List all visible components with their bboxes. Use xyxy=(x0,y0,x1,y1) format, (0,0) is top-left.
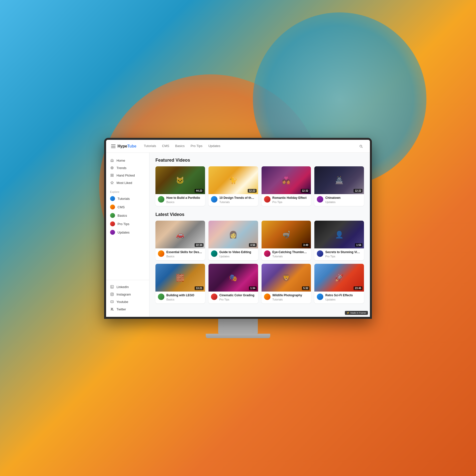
video-duration-lat-4: 1:56 xyxy=(355,243,362,247)
video-avatar-lat-1 xyxy=(158,250,164,257)
monitor-stand-base xyxy=(206,334,270,338)
video-duration-lat-2: 4:56 xyxy=(249,243,256,247)
video-title-lat-6: Cinematic Color Grading xyxy=(219,294,256,298)
framer-badge-label: Made in Framer xyxy=(350,312,366,314)
video-avatar-lat-8 xyxy=(317,294,323,300)
video-card-lat-6[interactable]: 🎭 1:34 Cinematic Color Grading Pro Tips xyxy=(208,264,258,303)
video-card-lat-8[interactable]: 🚀 23:45 Retro Sci-Fi Effects Updates xyxy=(314,264,364,303)
video-duration-feat-4: 12:22 xyxy=(354,189,362,193)
video-card-lat-4[interactable]: 👤 1:56 Secrets to Stunning Visuals Pro T… xyxy=(314,221,364,260)
logo-area: HypeTube xyxy=(111,144,136,149)
video-duration-lat-5: 13:21 xyxy=(195,286,204,290)
trends-icon xyxy=(110,166,114,170)
video-info-lat-8: Retro Sci-Fi Effects Updates xyxy=(314,292,364,303)
linkedin-icon xyxy=(110,285,114,289)
sidebar-social-linkedin[interactable]: LinkedIn xyxy=(106,283,149,291)
twitter-icon xyxy=(110,307,114,311)
sidebar-explore-section: Explore TutorialsCMSBasicsPro TipsUpdate… xyxy=(106,188,149,237)
sidebar-explore-label: Pro Tips xyxy=(118,222,129,226)
video-info-lat-7: Wildlife Photography Tutorials xyxy=(262,292,311,303)
video-title-lat-7: Wildlife Photography xyxy=(272,294,309,298)
sidebar-social-twitter[interactable]: Twitter xyxy=(106,305,149,313)
video-thumb-feat-1: 🐱 44:23 xyxy=(155,166,205,194)
video-thumb-lat-6: 🎭 1:34 xyxy=(208,264,258,292)
video-category-feat-3: Pro Tips xyxy=(272,201,309,204)
video-card-feat-4[interactable]: 🏯 12:22 Chinatown Updates xyxy=(314,166,364,206)
sidebar-item-trends[interactable]: Trends xyxy=(106,164,149,172)
sidebar-item-pro-tips[interactable]: Pro Tips xyxy=(106,220,149,228)
video-card-lat-7[interactable]: 🦁 5:32 Wildlife Photography Tutorials xyxy=(262,264,311,303)
video-meta-lat-7: Wildlife Photography Tutorials xyxy=(272,294,309,301)
video-card-lat-1[interactable]: 🚗 22:34 Essential Skills for Designers B… xyxy=(155,221,205,260)
video-duration-lat-1: 22:34 xyxy=(195,243,204,247)
monitor-wrapper: HypeTube TutorialsCMSBasicsPro TipsUpdat… xyxy=(104,138,372,338)
sidebar-item-home[interactable]: Home xyxy=(106,157,149,164)
video-title-feat-3: Romantic Holiday Effect xyxy=(272,196,309,200)
video-thumb-feat-2: 🐈 12:22 xyxy=(208,166,258,194)
sidebar-item-updates[interactable]: Updates xyxy=(106,228,149,237)
latest-grid: 🚗 22:34 Essential Skills for Designers B… xyxy=(155,221,364,303)
logo-hype: Hype xyxy=(118,144,127,148)
sidebar-item-tutorials[interactable]: Tutorials xyxy=(106,194,149,203)
main-area: HomeTrendsHand PickedMost Liked Explore … xyxy=(106,153,370,317)
video-category-lat-8: Updates xyxy=(325,298,361,301)
nav-tab-cms[interactable]: CMS xyxy=(162,143,169,149)
video-thumb-feat-4: 🏯 12:22 xyxy=(314,166,364,194)
sidebar-social-label: LinkedIn xyxy=(117,285,129,289)
video-card-feat-1[interactable]: 🐱 44:23 How to Build a Portfolio Basics xyxy=(155,166,205,206)
logo-tube: Tube xyxy=(127,144,136,148)
youtube-icon xyxy=(110,300,114,304)
video-meta-feat-1: How to Build a Portfolio Basics xyxy=(166,196,203,204)
sidebar-item-label: Home xyxy=(117,159,125,162)
sidebar-bottom: LinkedInInstagramYoutubeTwitter xyxy=(106,280,149,313)
updates-avatar xyxy=(110,230,115,235)
sidebar-item-label: Most Liked xyxy=(117,181,132,185)
svg-rect-8 xyxy=(111,293,114,296)
svg-point-9 xyxy=(111,294,113,295)
video-meta-feat-3: Romantic Holiday Effect Pro Tips xyxy=(272,196,309,204)
video-info-feat-1: How to Build a Portfolio Basics xyxy=(155,194,205,206)
sidebar-item-most-liked[interactable]: Most Liked xyxy=(106,179,149,186)
nav-tab-tutorials[interactable]: Tutorials xyxy=(144,143,156,149)
nav-tab-basics[interactable]: Basics xyxy=(175,143,184,149)
nav-tab-pro tips[interactable]: Pro Tips xyxy=(191,143,203,149)
video-card-feat-2[interactable]: 🐈 12:22 10 Design Trends of the Year Tut… xyxy=(208,166,258,206)
video-title-lat-3: Eye-Catching Thumbnails xyxy=(272,250,309,254)
video-thumb-lat-8: 🚀 23:45 xyxy=(314,264,364,292)
sidebar-social-label: Youtube xyxy=(117,300,128,304)
logo-text: HypeTube xyxy=(118,144,136,149)
video-category-lat-7: Tutorials xyxy=(272,298,309,301)
cms-avatar xyxy=(110,205,115,209)
video-avatar-lat-6 xyxy=(211,294,217,300)
video-info-lat-6: Cinematic Color Grading Pro Tips xyxy=(208,292,258,303)
sidebar: HomeTrendsHand PickedMost Liked Explore … xyxy=(106,153,149,317)
video-title-lat-1: Essential Skills for Designers xyxy=(166,250,203,254)
video-category-lat-2: Updates xyxy=(219,255,256,258)
nav-tab-updates[interactable]: Updates xyxy=(208,143,220,149)
video-thumb-lat-7: 🦁 5:32 xyxy=(262,264,311,292)
video-card-lat-5[interactable]: 🧱 13:21 Building with LEGO Basics xyxy=(155,264,205,303)
video-thumb-lat-1: 🚗 22:34 xyxy=(155,221,205,248)
video-title-lat-2: Guide to Video Editing xyxy=(219,250,256,254)
video-duration-feat-3: 12:32 xyxy=(301,189,310,193)
sidebar-social-label: Instagram xyxy=(117,293,131,296)
video-avatar-lat-7 xyxy=(264,294,270,300)
video-meta-lat-8: Retro Sci-Fi Effects Updates xyxy=(325,294,361,301)
sidebar-explore-label: Basics xyxy=(118,214,127,217)
video-card-lat-3[interactable]: 🤿 3:49 Eye-Catching Thumbnails Tutorials xyxy=(262,221,311,260)
search-button[interactable] xyxy=(357,142,365,150)
sidebar-item-basics[interactable]: Basics xyxy=(106,211,149,220)
app-container: HypeTube TutorialsCMSBasicsPro TipsUpdat… xyxy=(106,140,370,317)
sidebar-item-cms[interactable]: CMS xyxy=(106,203,149,211)
nav-tabs: TutorialsCMSBasicsPro TipsUpdates xyxy=(144,143,357,149)
video-card-feat-3[interactable]: 💑 12:32 Romantic Holiday Effect Pro Tips xyxy=(262,166,311,206)
video-avatar-feat-4 xyxy=(317,196,323,203)
video-card-lat-2[interactable]: 👩 4:56 Guide to Video Editing Updates xyxy=(208,221,258,260)
video-info-feat-4: Chinatown Updates xyxy=(314,194,364,206)
video-info-lat-1: Essential Skills for Designers Basics xyxy=(155,248,205,260)
sidebar-social-youtube[interactable]: Youtube xyxy=(106,298,149,305)
video-duration-lat-3: 3:49 xyxy=(302,243,309,247)
sidebar-item-hand-picked[interactable]: Hand Picked xyxy=(106,172,149,179)
sidebar-social-instagram[interactable]: Instagram xyxy=(106,291,149,298)
hamburger-icon[interactable] xyxy=(111,145,116,148)
